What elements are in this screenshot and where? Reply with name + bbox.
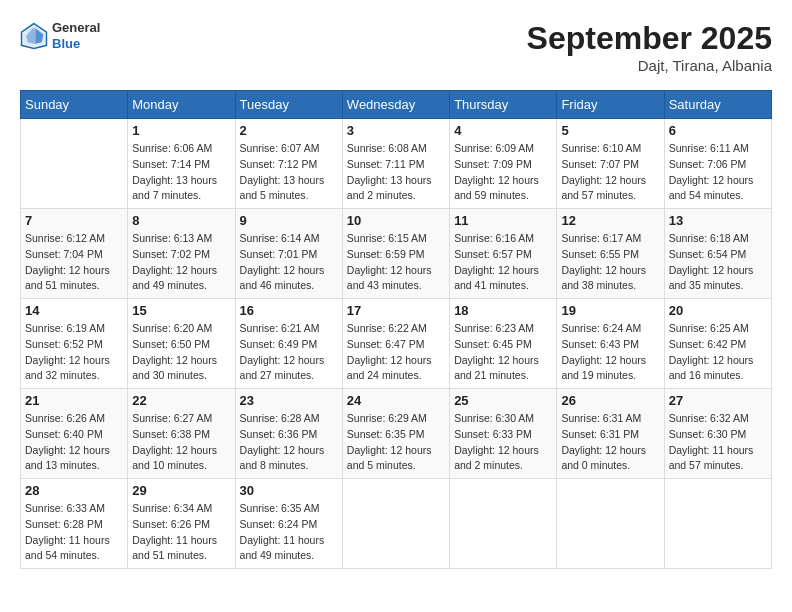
day-info: Sunrise: 6:27 AM Sunset: 6:38 PM Dayligh… xyxy=(132,411,230,474)
day-number: 18 xyxy=(454,303,552,318)
calendar-cell xyxy=(557,479,664,569)
logo-icon xyxy=(20,22,48,50)
header-row: Sunday Monday Tuesday Wednesday Thursday… xyxy=(21,91,772,119)
day-number: 9 xyxy=(240,213,338,228)
calendar-cell: 15Sunrise: 6:20 AM Sunset: 6:50 PM Dayli… xyxy=(128,299,235,389)
day-info: Sunrise: 6:33 AM Sunset: 6:28 PM Dayligh… xyxy=(25,501,123,564)
logo: General Blue xyxy=(20,20,100,51)
day-number: 28 xyxy=(25,483,123,498)
calendar-cell xyxy=(664,479,771,569)
calendar-week-3: 14Sunrise: 6:19 AM Sunset: 6:52 PM Dayli… xyxy=(21,299,772,389)
day-number: 2 xyxy=(240,123,338,138)
day-number: 4 xyxy=(454,123,552,138)
day-number: 5 xyxy=(561,123,659,138)
day-info: Sunrise: 6:23 AM Sunset: 6:45 PM Dayligh… xyxy=(454,321,552,384)
calendar-cell: 19Sunrise: 6:24 AM Sunset: 6:43 PM Dayli… xyxy=(557,299,664,389)
col-thursday: Thursday xyxy=(450,91,557,119)
day-number: 16 xyxy=(240,303,338,318)
calendar-cell: 16Sunrise: 6:21 AM Sunset: 6:49 PM Dayli… xyxy=(235,299,342,389)
day-number: 30 xyxy=(240,483,338,498)
day-info: Sunrise: 6:31 AM Sunset: 6:31 PM Dayligh… xyxy=(561,411,659,474)
calendar-week-4: 21Sunrise: 6:26 AM Sunset: 6:40 PM Dayli… xyxy=(21,389,772,479)
calendar-cell: 26Sunrise: 6:31 AM Sunset: 6:31 PM Dayli… xyxy=(557,389,664,479)
day-number: 20 xyxy=(669,303,767,318)
day-info: Sunrise: 6:15 AM Sunset: 6:59 PM Dayligh… xyxy=(347,231,445,294)
day-info: Sunrise: 6:12 AM Sunset: 7:04 PM Dayligh… xyxy=(25,231,123,294)
day-number: 7 xyxy=(25,213,123,228)
calendar-cell: 28Sunrise: 6:33 AM Sunset: 6:28 PM Dayli… xyxy=(21,479,128,569)
calendar-cell: 24Sunrise: 6:29 AM Sunset: 6:35 PM Dayli… xyxy=(342,389,449,479)
calendar-cell: 9Sunrise: 6:14 AM Sunset: 7:01 PM Daylig… xyxy=(235,209,342,299)
day-info: Sunrise: 6:28 AM Sunset: 6:36 PM Dayligh… xyxy=(240,411,338,474)
calendar-cell: 4Sunrise: 6:09 AM Sunset: 7:09 PM Daylig… xyxy=(450,119,557,209)
col-sunday: Sunday xyxy=(21,91,128,119)
calendar-cell: 25Sunrise: 6:30 AM Sunset: 6:33 PM Dayli… xyxy=(450,389,557,479)
calendar-table: Sunday Monday Tuesday Wednesday Thursday… xyxy=(20,90,772,569)
calendar-header: Sunday Monday Tuesday Wednesday Thursday… xyxy=(21,91,772,119)
calendar-cell: 5Sunrise: 6:10 AM Sunset: 7:07 PM Daylig… xyxy=(557,119,664,209)
day-info: Sunrise: 6:21 AM Sunset: 6:49 PM Dayligh… xyxy=(240,321,338,384)
calendar-cell: 27Sunrise: 6:32 AM Sunset: 6:30 PM Dayli… xyxy=(664,389,771,479)
day-number: 23 xyxy=(240,393,338,408)
day-number: 6 xyxy=(669,123,767,138)
calendar-cell: 20Sunrise: 6:25 AM Sunset: 6:42 PM Dayli… xyxy=(664,299,771,389)
day-number: 12 xyxy=(561,213,659,228)
day-info: Sunrise: 6:29 AM Sunset: 6:35 PM Dayligh… xyxy=(347,411,445,474)
day-info: Sunrise: 6:19 AM Sunset: 6:52 PM Dayligh… xyxy=(25,321,123,384)
day-info: Sunrise: 6:16 AM Sunset: 6:57 PM Dayligh… xyxy=(454,231,552,294)
day-number: 11 xyxy=(454,213,552,228)
day-number: 10 xyxy=(347,213,445,228)
calendar-cell: 18Sunrise: 6:23 AM Sunset: 6:45 PM Dayli… xyxy=(450,299,557,389)
day-info: Sunrise: 6:11 AM Sunset: 7:06 PM Dayligh… xyxy=(669,141,767,204)
day-info: Sunrise: 6:09 AM Sunset: 7:09 PM Dayligh… xyxy=(454,141,552,204)
calendar-cell xyxy=(342,479,449,569)
day-info: Sunrise: 6:32 AM Sunset: 6:30 PM Dayligh… xyxy=(669,411,767,474)
calendar-cell xyxy=(450,479,557,569)
day-info: Sunrise: 6:14 AM Sunset: 7:01 PM Dayligh… xyxy=(240,231,338,294)
day-info: Sunrise: 6:22 AM Sunset: 6:47 PM Dayligh… xyxy=(347,321,445,384)
day-number: 25 xyxy=(454,393,552,408)
calendar-cell: 1Sunrise: 6:06 AM Sunset: 7:14 PM Daylig… xyxy=(128,119,235,209)
calendar-cell: 2Sunrise: 6:07 AM Sunset: 7:12 PM Daylig… xyxy=(235,119,342,209)
calendar-cell: 8Sunrise: 6:13 AM Sunset: 7:02 PM Daylig… xyxy=(128,209,235,299)
calendar-cell: 29Sunrise: 6:34 AM Sunset: 6:26 PM Dayli… xyxy=(128,479,235,569)
calendar-cell: 17Sunrise: 6:22 AM Sunset: 6:47 PM Dayli… xyxy=(342,299,449,389)
title-block: September 2025 Dajt, Tirana, Albania xyxy=(527,20,772,74)
day-info: Sunrise: 6:07 AM Sunset: 7:12 PM Dayligh… xyxy=(240,141,338,204)
calendar-cell: 3Sunrise: 6:08 AM Sunset: 7:11 PM Daylig… xyxy=(342,119,449,209)
month-year: September 2025 xyxy=(527,20,772,57)
col-tuesday: Tuesday xyxy=(235,91,342,119)
page-header: General Blue September 2025 Dajt, Tirana… xyxy=(20,20,772,74)
day-info: Sunrise: 6:06 AM Sunset: 7:14 PM Dayligh… xyxy=(132,141,230,204)
col-saturday: Saturday xyxy=(664,91,771,119)
calendar-cell: 12Sunrise: 6:17 AM Sunset: 6:55 PM Dayli… xyxy=(557,209,664,299)
day-number: 3 xyxy=(347,123,445,138)
calendar-cell: 22Sunrise: 6:27 AM Sunset: 6:38 PM Dayli… xyxy=(128,389,235,479)
day-number: 22 xyxy=(132,393,230,408)
col-friday: Friday xyxy=(557,91,664,119)
day-info: Sunrise: 6:18 AM Sunset: 6:54 PM Dayligh… xyxy=(669,231,767,294)
day-number: 26 xyxy=(561,393,659,408)
col-wednesday: Wednesday xyxy=(342,91,449,119)
day-info: Sunrise: 6:24 AM Sunset: 6:43 PM Dayligh… xyxy=(561,321,659,384)
day-number: 19 xyxy=(561,303,659,318)
calendar-cell: 13Sunrise: 6:18 AM Sunset: 6:54 PM Dayli… xyxy=(664,209,771,299)
day-number: 24 xyxy=(347,393,445,408)
day-info: Sunrise: 6:35 AM Sunset: 6:24 PM Dayligh… xyxy=(240,501,338,564)
calendar-cell: 10Sunrise: 6:15 AM Sunset: 6:59 PM Dayli… xyxy=(342,209,449,299)
day-info: Sunrise: 6:20 AM Sunset: 6:50 PM Dayligh… xyxy=(132,321,230,384)
day-number: 15 xyxy=(132,303,230,318)
calendar-body: 1Sunrise: 6:06 AM Sunset: 7:14 PM Daylig… xyxy=(21,119,772,569)
calendar-week-1: 1Sunrise: 6:06 AM Sunset: 7:14 PM Daylig… xyxy=(21,119,772,209)
day-info: Sunrise: 6:34 AM Sunset: 6:26 PM Dayligh… xyxy=(132,501,230,564)
logo-text: General Blue xyxy=(52,20,100,51)
logo-general: General xyxy=(52,20,100,36)
calendar-cell: 21Sunrise: 6:26 AM Sunset: 6:40 PM Dayli… xyxy=(21,389,128,479)
day-info: Sunrise: 6:25 AM Sunset: 6:42 PM Dayligh… xyxy=(669,321,767,384)
calendar-cell: 7Sunrise: 6:12 AM Sunset: 7:04 PM Daylig… xyxy=(21,209,128,299)
day-number: 13 xyxy=(669,213,767,228)
calendar-cell: 6Sunrise: 6:11 AM Sunset: 7:06 PM Daylig… xyxy=(664,119,771,209)
calendar-cell: 23Sunrise: 6:28 AM Sunset: 6:36 PM Dayli… xyxy=(235,389,342,479)
day-number: 29 xyxy=(132,483,230,498)
day-info: Sunrise: 6:26 AM Sunset: 6:40 PM Dayligh… xyxy=(25,411,123,474)
